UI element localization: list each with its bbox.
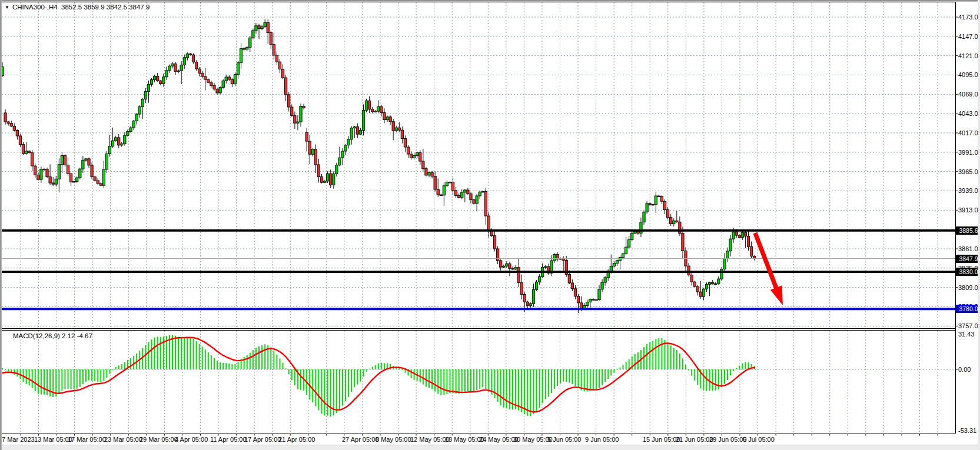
- chart-symbol-period: CHINA300-,H4: [12, 4, 58, 11]
- window-left-border: [0, 0, 2, 450]
- macd-histogram: [2, 335, 755, 416]
- macd-name: MACD(12,26,9): [13, 332, 60, 339]
- symbol-dropdown-icon[interactable]: ▼: [5, 5, 9, 10]
- window-bottom-strip: [0, 445, 980, 450]
- macd-signal-value: -4.67: [77, 332, 92, 339]
- macd-signal-line: [2, 338, 755, 412]
- mt4-chart-window: 4173.04147.04121.04095.04069.04043.04017…: [0, 0, 980, 450]
- macd-indicator-label: MACD(12,26,9) 2.12 -4.67: [13, 332, 92, 339]
- chart-ohlc-values: 3852.5 3859.9 3842.5 3847.9: [61, 4, 150, 11]
- candlestick-series: [1, 19, 756, 313]
- chart-title: ▼CHINA300-,H4 3852.5 3859.9 3842.5 3847.…: [5, 4, 150, 11]
- window-right-border: [978, 0, 980, 450]
- macd-main-value: 2.12: [62, 332, 75, 339]
- window-top-border: [0, 0, 980, 2]
- chart-canvas[interactable]: [0, 0, 980, 450]
- trend-arrow[interactable]: [755, 233, 783, 305]
